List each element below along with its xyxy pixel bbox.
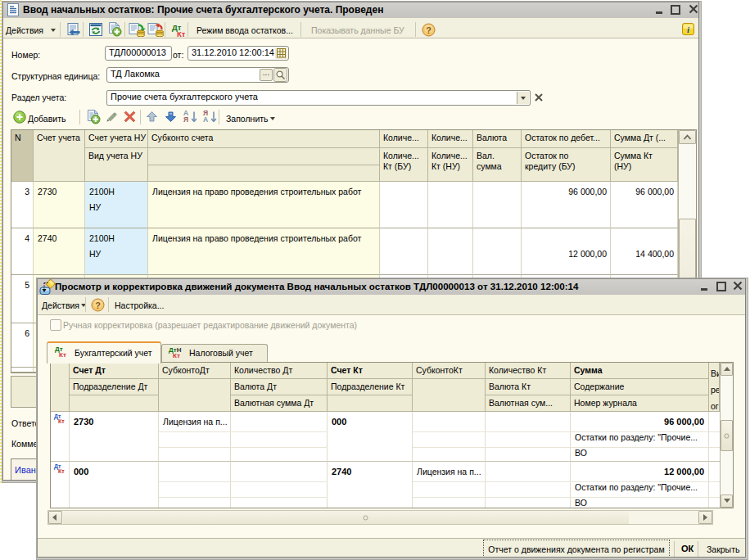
svg-text:?: ? <box>95 300 101 310</box>
svg-text:?: ? <box>426 25 431 35</box>
